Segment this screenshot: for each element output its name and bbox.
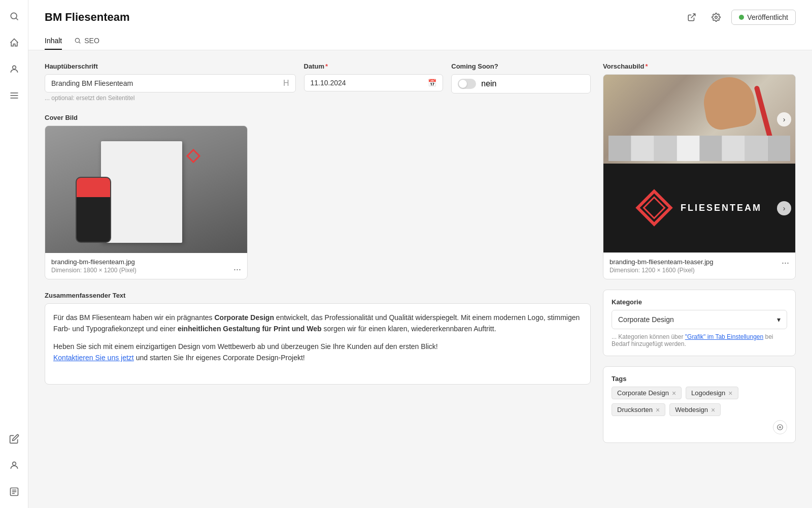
- export-button[interactable]: [683, 8, 701, 26]
- settings-button[interactable]: [707, 8, 725, 26]
- tag-remove-druck[interactable]: ×: [656, 406, 660, 414]
- cover-bild-section: Cover Bild: [45, 114, 591, 279]
- tag-remove-corporate[interactable]: ×: [672, 390, 676, 397]
- mockup-phone: [76, 177, 111, 243]
- tags-panel: Tags Corporate Design × Logodesign × Dru…: [603, 366, 796, 443]
- kategorie-hint-link[interactable]: "Grafik" im Tab Einstellungen: [685, 333, 763, 340]
- preview-dimension: Dimension: 1200 × 1600 (Pixel): [610, 267, 714, 274]
- tab-seo[interactable]: SEO: [74, 33, 99, 50]
- coming-soon-toggle[interactable]: [458, 79, 476, 89]
- note-icon[interactable]: [6, 484, 22, 500]
- text-section: Zusammenfassender Text Für das BM Fliese…: [45, 292, 591, 385]
- cover-image-card: branding-bm-fliesenteam.jpg Dimension: 1…: [45, 125, 248, 279]
- right-column: Vorschaubild*: [603, 62, 796, 496]
- tabs: Inhalt SEO: [45, 33, 796, 50]
- tag-label: Webdesign: [675, 406, 708, 414]
- tags-section: Tags Corporate Design × Logodesign × Dru…: [603, 367, 795, 442]
- home-icon[interactable]: [6, 35, 22, 51]
- datum-input[interactable]: 11.10.2024 📅: [304, 74, 444, 91]
- tag-remove-logo[interactable]: ×: [728, 390, 732, 397]
- coming-soon-label: Coming Soon?: [451, 62, 591, 70]
- preview-image-top: ›: [603, 75, 795, 164]
- tag-corporate-design: Corporate Design ×: [612, 387, 682, 399]
- bold-text-2: einheitlichen Gestaltung für Print und W…: [178, 325, 322, 333]
- chart-icon[interactable]: [6, 87, 22, 104]
- search-icon[interactable]: [6, 8, 22, 24]
- svg-point-0: [11, 13, 17, 19]
- tag-add-button[interactable]: [773, 420, 787, 434]
- tag-label: Logodesign: [691, 389, 725, 397]
- vorschaubild-section: Vorschaubild*: [603, 62, 796, 279]
- svg-point-13: [76, 38, 80, 42]
- datum-value: 11.10.2024: [311, 79, 346, 87]
- tile-worker-visual: [603, 75, 795, 164]
- svg-point-12: [715, 16, 718, 19]
- kategorie-section: Kategorie Corporate Design ▾ ... Kategor…: [603, 290, 795, 356]
- logo-text: FLIESENTEAM: [681, 203, 762, 213]
- tab-inhalt[interactable]: Inhalt: [45, 33, 62, 50]
- coming-soon-toggle-row[interactable]: nein: [451, 74, 591, 93]
- header: BM Fliesenteam Veröffentlicht Inhalt: [28, 0, 812, 50]
- hauptueberschrift-label: Hauptüberschrift: [45, 62, 296, 70]
- users-icon[interactable]: [6, 61, 22, 77]
- kategorie-value: Corporate Design: [618, 315, 674, 324]
- tag-label: Drucksorten: [617, 406, 653, 414]
- preview-next-button-2[interactable]: ›: [777, 201, 791, 215]
- tag-remove-web[interactable]: ×: [711, 406, 715, 414]
- cover-image-info: branding-bm-fliesenteam.jpg Dimension: 1…: [45, 253, 247, 279]
- svg-line-11: [691, 14, 695, 18]
- edit-icon[interactable]: [6, 431, 22, 447]
- page-title: BM Fliesenteam: [45, 11, 130, 24]
- kategorie-label: Kategorie: [612, 298, 787, 306]
- preview-info: branding-bm-fliesenteam-teaser.jpg Dimen…: [603, 252, 795, 279]
- kategorie-hint: ... Kategorien können über "Grafik" im T…: [612, 333, 787, 347]
- kategorie-dropdown[interactable]: Corporate Design ▾: [612, 310, 787, 329]
- text-editor[interactable]: Für das BM Fliesenteam haben wir ein prä…: [45, 303, 591, 385]
- vorschaubild-required-star: *: [645, 62, 648, 70]
- hauptueberschrift-hint: ... optional: ersetzt den Seitentitel: [45, 94, 296, 102]
- cover-image-dimension: Dimension: 1800 × 1200 (Pixel): [51, 267, 137, 274]
- tags-label: Tags: [612, 375, 787, 383]
- datum-label: Datum*: [304, 62, 444, 70]
- publish-status-dot: [739, 15, 744, 20]
- preview-more-button[interactable]: ···: [782, 258, 789, 267]
- logo-diamond: [637, 190, 672, 226]
- hauptueberschrift-field[interactable]: [51, 79, 283, 87]
- header-actions: Veröffentlicht: [683, 8, 796, 26]
- tag-logodesign: Logodesign ×: [686, 387, 738, 399]
- hauptueberschrift-input[interactable]: H: [45, 74, 296, 92]
- kategorie-panel: Kategorie Corporate Design ▾ ... Kategor…: [603, 290, 796, 356]
- cover-mockup: [45, 126, 247, 253]
- calendar-icon: 📅: [428, 79, 436, 87]
- publish-button[interactable]: Veröffentlicht: [731, 10, 796, 25]
- mockup-logo: [186, 149, 200, 163]
- zusammenfassender-text-label: Zusammenfassender Text: [45, 292, 591, 299]
- tag-label: Corporate Design: [617, 389, 669, 397]
- publish-label: Veröffentlicht: [747, 13, 788, 21]
- coming-soon-value: nein: [481, 79, 496, 88]
- svg-point-2: [12, 66, 16, 69]
- format-icon: H: [283, 79, 289, 88]
- sidebar: [0, 0, 28, 508]
- tag-drucksorten: Drucksorten ×: [612, 403, 665, 416]
- logo-visual: FLIESENTEAM: [637, 190, 762, 226]
- cover-image-filename: branding-bm-fliesenteam.jpg: [51, 258, 137, 266]
- preview-next-button[interactable]: ›: [777, 112, 791, 126]
- cover-bild-label: Cover Bild: [45, 114, 591, 121]
- left-column: Hauptüberschrift H ... optional: ersetzt…: [45, 62, 591, 496]
- content-area: Hauptüberschrift H ... optional: ersetzt…: [28, 50, 812, 508]
- main-area: BM Fliesenteam Veröffentlicht Inhalt: [28, 0, 812, 508]
- chevron-down-icon: ▾: [777, 315, 781, 324]
- svg-line-14: [79, 42, 81, 44]
- text-paragraph-2: Heben Sie sich mit einem einzigartigen D…: [53, 341, 582, 364]
- cover-image-placeholder: [45, 126, 247, 253]
- tag-webdesign: Webdesign ×: [669, 403, 721, 416]
- cover-image-more-button[interactable]: ···: [233, 265, 241, 274]
- preview-image-bottom: FLIESENTEAM ›: [603, 164, 795, 252]
- bold-text-1: Corporate Design: [215, 313, 274, 322]
- tags-container: Corporate Design × Logodesign × Drucksor…: [612, 387, 787, 416]
- person-icon[interactable]: [6, 457, 22, 473]
- text-paragraph-1: Für das BM Fliesenteam haben wir ein prä…: [53, 312, 582, 335]
- contact-link[interactable]: Kontaktieren Sie uns jetzt: [53, 354, 134, 362]
- mockup-paper: [101, 141, 182, 243]
